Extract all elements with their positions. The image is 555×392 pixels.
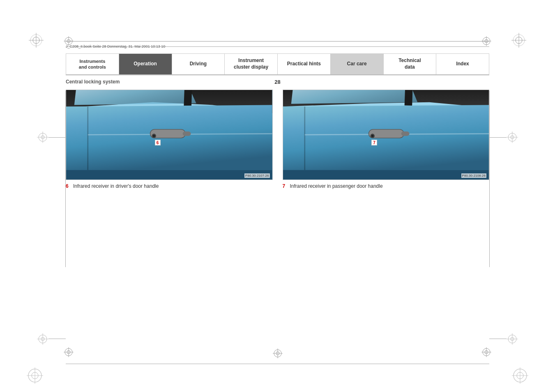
nav-item-driving[interactable]: Driving — [172, 54, 225, 74]
page-number: 28 — [274, 79, 280, 85]
nav-item-practical-hints[interactable]: Practical hints — [278, 54, 331, 74]
right-h-line-top — [489, 137, 507, 138]
caption-text-left: Infrared receiver in driver's door handl… — [73, 183, 159, 189]
nav-item-index[interactable]: Index — [436, 54, 489, 74]
reg-mark-mid-left — [37, 131, 48, 143]
reg-mark-bottom-right-outer — [507, 333, 518, 345]
nav-item-car-care[interactable]: Car care — [331, 54, 384, 74]
reg-mark-top-left-outer — [29, 33, 44, 48]
caption-number-right: 7 — [283, 183, 288, 189]
reg-mark-bottom-right-large — [512, 367, 528, 384]
reg-mark-bottom-left-large — [27, 367, 43, 384]
nav-item-instrument-cluster[interactable]: Instrument cluster display — [225, 54, 278, 74]
image-number-badge-6: 6 — [155, 140, 161, 145]
reg-mark-bottom-right-inner — [481, 347, 491, 357]
nav-item-operation[interactable]: Operation — [119, 54, 172, 74]
nav-item-instruments[interactable]: Instruments and controls — [66, 54, 119, 74]
image-number-badge-7: 7 — [371, 140, 377, 145]
content-area: 6 P80.30-2107-26 6 Infrared receiver in … — [66, 90, 489, 189]
car-door-svg-right — [283, 90, 489, 180]
svg-rect-34 — [404, 90, 413, 106]
page-subtitle: Central locking system — [66, 79, 120, 85]
left-h-line-top — [48, 137, 66, 138]
caption-number-left: 6 — [66, 183, 71, 189]
svg-rect-29 — [183, 131, 191, 136]
nav-item-technical-data[interactable]: Technical data — [384, 54, 437, 74]
car-image-left: 6 P80.30-2107-26 — [66, 90, 273, 180]
image-right-container: 7 P80.30-2108-26 7 Infrared receiver in … — [283, 90, 490, 189]
caption-right: 7 Infrared receiver in passenger door ha… — [283, 183, 490, 189]
file-info-bar: J_C208_II.book Seite 28 Donnerstag, 31. … — [66, 41, 489, 49]
navigation-bar: Instruments and controls Operation Drivi… — [66, 53, 489, 75]
bottom-right-h-line — [489, 339, 507, 339]
reg-mark-bottom-left-inner — [64, 347, 74, 357]
svg-point-39 — [371, 135, 373, 137]
nav-separator — [66, 75, 489, 75]
reg-mark-top-right-outer — [511, 33, 526, 48]
photo-ref-left: P80.30-2107-26 — [244, 173, 269, 178]
car-image-right: 7 P80.30-2108-26 — [283, 90, 490, 180]
reg-mark-bottom-center — [273, 348, 283, 358]
car-door-svg-left — [66, 90, 272, 180]
reg-mark-bottom-left-outer — [37, 333, 48, 345]
svg-point-31 — [153, 135, 155, 137]
photo-ref-right: P80.30-2108-26 — [461, 173, 486, 178]
image-left-container: 6 P80.30-2107-26 6 Infrared receiver in … — [66, 90, 273, 189]
bottom-border-line — [66, 364, 489, 364]
file-info-text: J_C208_II.book Seite 28 Donnerstag, 31. … — [66, 44, 165, 48]
svg-rect-26 — [184, 90, 192, 108]
right-v-line — [489, 90, 490, 267]
caption-text-right: Infrared receiver in passenger door hand… — [290, 183, 383, 189]
caption-left: 6 Infrared receiver in driver's door han… — [66, 183, 273, 189]
svg-rect-37 — [401, 131, 409, 136]
reg-mark-mid-right — [507, 131, 518, 143]
bottom-left-h-line — [48, 339, 66, 339]
